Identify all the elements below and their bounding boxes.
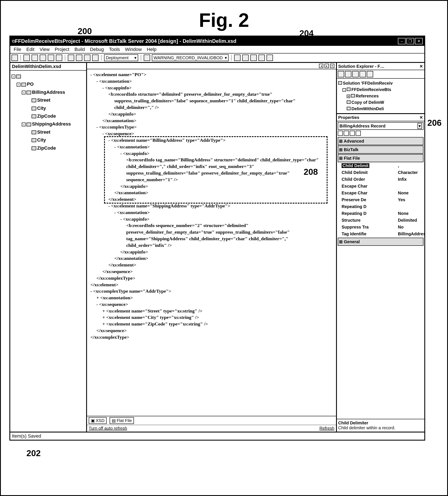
property-row[interactable]: Repeating D [338,203,423,210]
toolbar-button[interactable] [144,55,150,61]
solution-item[interactable]: +References [347,93,423,99]
xml-line: </xs:complexType> [96,275,333,281]
properties-description: Child Delimiter Child delimiter within a… [337,419,424,432]
toolbar-button[interactable] [68,55,74,61]
property-row[interactable]: Preserve DeYes [338,196,423,203]
tree-node[interactable]: -ShippingAddress [22,120,85,128]
props-toolbar-button[interactable] [344,131,349,136]
menu-tools[interactable]: Tools [107,46,122,53]
config-combo[interactable]: Deployment▾ [104,54,138,61]
property-category[interactable]: ⊞ BizTalk [338,146,423,154]
link-auto-refresh[interactable]: Turn off auto refresh [89,426,127,431]
property-row[interactable]: Escape Char [338,183,423,189]
panel-close-icon[interactable]: ✕ [419,64,423,69]
se-toolbar-button[interactable] [360,71,366,77]
se-toolbar-button[interactable] [352,71,359,77]
panel-close-icon[interactable]: ✕ [419,115,423,120]
xml-line: <b:recordInfo structure="delimited" pres… [108,91,333,98]
tree-node[interactable]: ZipCode [27,144,85,152]
xml-line: - <xs:appinfo> [120,150,333,157]
toolbar-button[interactable] [56,55,62,61]
toolbar-button[interactable] [48,55,54,61]
se-toolbar-button[interactable] [338,71,344,77]
property-row[interactable]: Child OrderInfix [338,176,423,183]
tree-node[interactable]: City [27,104,85,112]
props-toolbar-button[interactable] [338,131,343,136]
properties-selector[interactable]: BillingAddress Record▾ [338,122,423,130]
xml-line: sequence_number="1" /> [126,176,333,183]
nav-close[interactable]: ✕ [330,64,334,68]
solution-item[interactable]: Solution 'FFDelimReceiv [338,80,423,86]
toolbar-button[interactable] [258,55,265,61]
menu-window[interactable]: Window [123,46,144,53]
toolbar-button[interactable] [250,55,257,61]
menu-file[interactable]: File [12,46,23,53]
tree-node[interactable]: Street [27,128,85,136]
property-category[interactable]: ⊞ General [338,238,423,246]
xml-view-pane: ◂ ▸ ✕ - <xs:element name="PO">- <xs:anno… [87,63,337,432]
solution-item[interactable]: DelimWithinDeli [347,106,423,112]
toolbar-button[interactable] [267,55,273,61]
props-toolbar-button[interactable] [350,131,355,136]
xml-line: + <xs:element name="City" type="xs:strin… [102,314,333,321]
maximize-button[interactable]: ❐ [406,38,414,44]
solution-item[interactable]: Copy of DelimW [347,99,423,106]
tree-node[interactable]: City [27,136,85,144]
property-category[interactable]: ⊞ Advanced [338,137,423,145]
toolbar-button[interactable] [242,55,249,61]
close-button[interactable]: ✕ [415,38,423,44]
toolbar-button[interactable] [12,55,18,61]
toolbar-button[interactable] [234,55,240,61]
property-row[interactable]: Repeating DNone [338,210,423,217]
xml-line: - <xs:appinfo> [102,85,333,91]
se-toolbar-button[interactable] [345,71,352,77]
props-toolbar-button[interactable] [356,131,361,136]
xml-line: - <xs:annotation> [96,78,333,85]
toolbar: Deployment▾ WARNING_RECORD_INVALIDBOD▾ [10,53,424,62]
toolbar-button[interactable] [40,55,46,61]
toolbar-button[interactable] [32,55,38,61]
find-combo[interactable]: WARNING_RECORD_INVALIDBOD▾ [152,54,229,61]
se-toolbar-button[interactable] [367,71,373,77]
tab-xsd[interactable]: ▣ XSD [89,417,107,424]
window-title: FFDelimReceiveBtsProject - Microsoft Biz… [15,38,398,44]
tree-node[interactable]: ZipCode [27,112,85,120]
tree-node[interactable]: -PO [17,80,85,88]
xml-line: child_delimiter="," /> [114,104,333,111]
xml-line: - <xs:appinfo> [120,216,333,222]
menu-project[interactable]: Project [53,46,71,53]
minimize-button[interactable]: – [398,38,406,44]
property-row[interactable]: Child Delimit, [338,162,423,169]
property-row[interactable]: StructureDelimited [338,217,423,224]
toolbar-button[interactable] [76,55,82,61]
menu-debug[interactable]: Debug [88,46,106,53]
menu-edit[interactable]: Edit [24,46,36,53]
property-row[interactable]: Child DelimitCharacter [338,169,423,176]
xml-line: + <xs:element name="Street" type="xs:str… [102,308,333,314]
tree-node[interactable]: Street [27,96,85,104]
solution-item[interactable]: -FFDelimReceiveBts [342,86,423,93]
property-row[interactable]: Tag IdentifieBillingAddress [338,231,423,237]
tree-node[interactable]: -BillingAddress [22,88,85,96]
menu-view[interactable]: View [37,46,52,53]
tree-node[interactable]: - [12,72,85,80]
property-category[interactable]: ⊞ Flat File [338,154,423,162]
toolbar-button[interactable] [84,55,90,61]
tab-flatfile[interactable]: ▤ Flat File [110,417,134,424]
xml-line: </xs:annotation> [102,117,333,124]
schema-tree-pane: DelimWithinDelim.xsd --PO-BillingAddress… [10,63,87,432]
link-refresh[interactable]: Refresh [320,426,334,431]
right-dock: Solution Explorer - F…✕ Solution 'FFDeli… [337,63,424,432]
menu-help[interactable]: Help [145,46,159,53]
toolbar-button[interactable] [23,55,30,61]
xml-content[interactable]: - <xs:element name="PO">- <xs:annotation… [87,69,336,416]
nav-back[interactable]: ◂ [319,64,323,68]
xml-line: tag_name="ShippingAddress" child_delimit… [126,235,333,242]
property-row[interactable]: Escape CharNone [338,189,423,196]
menu-build[interactable]: Build [72,46,87,53]
toolbar-button[interactable] [92,55,98,61]
xml-line: </xs:annotation> [114,255,333,262]
nav-fwd[interactable]: ▸ [324,64,329,68]
document-tab[interactable]: DelimWithinDelim.xsd [10,63,86,71]
property-row[interactable]: Suppress TraNo [338,224,423,231]
